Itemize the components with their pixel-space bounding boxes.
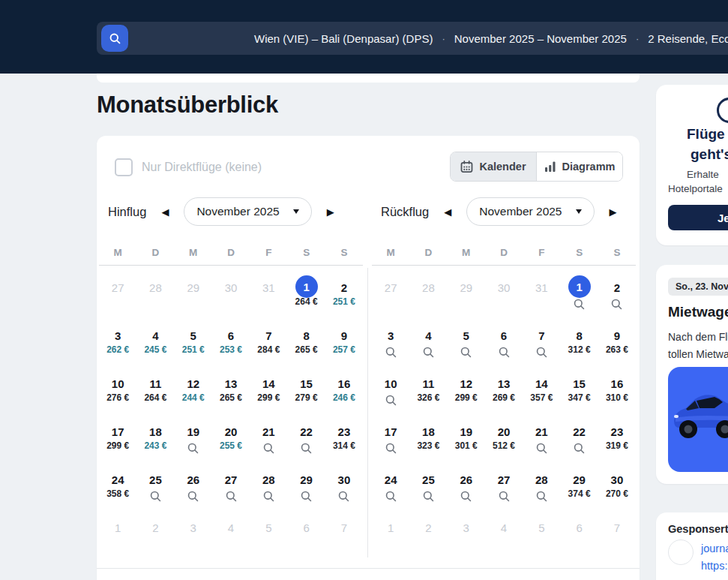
chart-view-button[interactable]: Diagramm xyxy=(536,152,622,181)
search-day-icon xyxy=(385,490,397,503)
search-summary-bar[interactable]: Wien (VIE) – Bali (Denpasar) (DPS) · Nov… xyxy=(97,22,728,55)
calendar-day-cell[interactable]: 24358 € xyxy=(99,467,136,515)
bullet-separator: · xyxy=(442,33,445,44)
calendar-day-cell[interactable]: 4245 € xyxy=(136,323,174,371)
calendar-day-cell: 3 xyxy=(175,515,212,563)
calendar-day-cell[interactable]: 15279 € xyxy=(287,371,325,419)
calendar-day-cell[interactable]: 30270 € xyxy=(598,467,636,515)
return-calendar-header: Rückflug ◀ November 2025 ▶ xyxy=(372,197,640,226)
calendar-day-cell[interactable]: 26 xyxy=(448,467,485,515)
calendar-day-cell[interactable]: 19 xyxy=(175,419,212,467)
calendar-day-cell[interactable]: 5 xyxy=(448,323,485,371)
day-number: 7 xyxy=(538,328,544,343)
calendar-day-cell[interactable]: 4 xyxy=(409,323,447,371)
calendar-day-cell[interactable]: 17299 € xyxy=(99,419,136,467)
calendar-day-cell[interactable]: 28 xyxy=(250,467,287,515)
search-day-icon xyxy=(300,490,313,503)
day-number: 26 xyxy=(187,472,199,487)
sponsored-link[interactable]: journa xyxy=(701,542,728,554)
calendar-day-cell[interactable]: 8312 € xyxy=(560,323,598,371)
calendar-day-cell[interactable]: 11264 € xyxy=(136,371,174,419)
search-button[interactable] xyxy=(101,25,128,52)
calendar-day-cell[interactable]: 5251 € xyxy=(175,323,212,371)
calendar-day-cell[interactable]: 20255 € xyxy=(212,419,250,467)
calendar-day-cell[interactable]: 15347 € xyxy=(560,371,598,419)
calendar-day-cell[interactable]: 22 xyxy=(560,419,598,467)
sponsored-url[interactable]: https: xyxy=(701,560,727,572)
calendar-day-cell[interactable]: 25 xyxy=(409,467,447,515)
next-month-button[interactable]: ▶ xyxy=(607,205,620,219)
direct-flights-checkbox[interactable] xyxy=(115,158,133,176)
calendar-day-cell[interactable]: 14357 € xyxy=(523,371,560,419)
calendar-day-cell[interactable]: 22 xyxy=(287,419,325,467)
calendar-day-cell[interactable]: 2251 € xyxy=(325,275,363,323)
calendar-day-cell[interactable]: 7 xyxy=(523,323,560,371)
calendar-day-cell[interactable]: 2 xyxy=(598,275,636,323)
calendar-day-cell[interactable]: 23319 € xyxy=(598,419,636,467)
month-select-value: November 2025 xyxy=(196,205,279,218)
calendar-day-cell[interactable]: 12299 € xyxy=(448,371,485,419)
calendar-day-cell[interactable]: 16246 € xyxy=(325,371,363,419)
calendar-view-button[interactable]: Kalender xyxy=(451,152,536,181)
calendar-day-cell[interactable]: 24 xyxy=(372,467,409,515)
calendar-day-cell[interactable]: 18243 € xyxy=(136,419,174,467)
calendar-day-cell[interactable]: 1264 € xyxy=(287,275,325,323)
calendar-day-cell[interactable]: 13269 € xyxy=(485,371,523,419)
calendar-day-cell[interactable]: 29 xyxy=(287,467,325,515)
calendar-day-cell[interactable]: 3 xyxy=(372,323,409,371)
day-number: 2 xyxy=(341,280,347,295)
calendar-day-cell[interactable]: 27 xyxy=(485,467,523,515)
calendar-day-cell[interactable]: 19301 € xyxy=(448,419,485,467)
calendar-day-cell[interactable]: 12244 € xyxy=(175,371,212,419)
day-number: 2 xyxy=(614,280,620,295)
day-price: 357 € xyxy=(530,392,553,404)
calendar-day-cell: 2 xyxy=(409,515,447,563)
calendar-day-cell[interactable]: 3262 € xyxy=(99,323,136,371)
calendar-day-cell[interactable]: 8265 € xyxy=(287,323,325,371)
day-number: 10 xyxy=(112,376,124,391)
outbound-day-grid: 27282930311264 €2251 €3262 €4245 €5251 €… xyxy=(99,275,363,563)
calendar-day-cell[interactable]: 23314 € xyxy=(325,419,363,467)
calendar-day-cell[interactable]: 10 xyxy=(372,371,409,419)
calendar-day-cell[interactable]: 18323 € xyxy=(409,419,447,467)
calendar-day-cell[interactable]: 6 xyxy=(485,323,523,371)
day-number: 16 xyxy=(338,376,351,391)
calendar-day-cell[interactable]: 13265 € xyxy=(212,371,250,419)
calendar-day-cell: 29 xyxy=(448,275,485,323)
calendar-day-cell[interactable]: 6253 € xyxy=(212,323,250,371)
calendar-day-cell[interactable]: 11326 € xyxy=(409,371,447,419)
calendar-day-cell[interactable]: 9257 € xyxy=(325,323,363,371)
calendar-day-cell[interactable]: 7284 € xyxy=(250,323,287,371)
outbound-calendar: Hinflug ◀ November 2025 ▶ MDMDFSS 272829… xyxy=(99,197,367,226)
calendar-day-cell[interactable]: 25 xyxy=(136,467,174,515)
promo-cta-button[interactable]: Jetzt xyxy=(668,205,728,230)
month-select[interactable]: November 2025 xyxy=(184,197,311,226)
calendar-day-cell[interactable]: 16310 € xyxy=(598,371,636,419)
day-number: 19 xyxy=(460,424,472,439)
calendar-day-cell[interactable]: 20512 € xyxy=(485,419,523,467)
day-number: 4 xyxy=(228,520,234,535)
calendar-day-cell[interactable]: 17 xyxy=(372,419,409,467)
calendar-day-cell[interactable]: 29374 € xyxy=(560,467,598,515)
weekday-label: F xyxy=(250,247,287,258)
calendar-day-cell[interactable]: 10276 € xyxy=(99,371,136,419)
prev-month-button[interactable]: ◀ xyxy=(158,205,172,219)
calendar-day-cell[interactable]: 1 xyxy=(560,275,598,323)
calendar-day-cell[interactable]: 28 xyxy=(523,467,560,515)
month-select[interactable]: November 2025 xyxy=(466,197,594,226)
calendar-day-cell[interactable]: 30 xyxy=(325,467,363,515)
search-day-icon xyxy=(535,346,548,359)
rental-car-image[interactable] xyxy=(668,367,728,472)
next-month-button[interactable]: ▶ xyxy=(324,205,337,219)
day-number: 11 xyxy=(423,376,435,391)
rental-card-title: Mietwagen xyxy=(668,304,728,320)
search-day-icon xyxy=(460,490,472,503)
calendar-day-cell[interactable]: 26 xyxy=(175,467,212,515)
weekday-header: MDMDFSS xyxy=(372,247,636,266)
calendar-day-cell[interactable]: 14299 € xyxy=(250,371,287,419)
calendar-day-cell[interactable]: 27 xyxy=(212,467,250,515)
calendar-day-cell[interactable]: 21 xyxy=(250,419,287,467)
prev-month-button[interactable]: ◀ xyxy=(441,205,454,219)
calendar-day-cell[interactable]: 9263 € xyxy=(598,323,636,371)
calendar-day-cell[interactable]: 21 xyxy=(523,419,560,467)
